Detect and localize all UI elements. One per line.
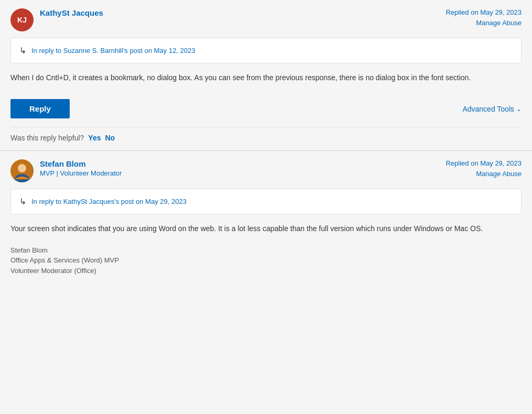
helpful-bar-1: Was this reply helpful? Yes No: [10, 127, 522, 150]
post-header-2: Stefan Blom MVP | Volunteer Moderator Re…: [10, 159, 522, 182]
post-card-2: Stefan Blom MVP | Volunteer Moderator Re…: [0, 151, 532, 276]
reply-reference-1: ↳ In reply to Suzanne S. Barnhill's post…: [10, 38, 522, 63]
reply-button-1[interactable]: Reply: [10, 99, 70, 118]
post-card-1: KJ KathySt Jacques Replied on May 29, 20…: [0, 0, 532, 150]
signature-line1: Office Apps & Services (Word) MVP: [10, 255, 522, 266]
helpful-question-1: Was this reply helpful?: [10, 134, 84, 142]
chevron-down-icon: ⌄: [516, 105, 522, 113]
signature-block: Stefan Blom Office Apps & Services (Word…: [10, 245, 522, 276]
advanced-tools-1[interactable]: Advanced Tools ⌄: [462, 105, 522, 113]
post-header-1: KJ KathySt Jacques Replied on May 29, 20…: [10, 8, 522, 31]
author-name-1[interactable]: KathySt Jacques: [40, 8, 103, 17]
reply-link-2[interactable]: In reply to KathySt Jacques's post on Ma…: [31, 198, 187, 205]
author-section-1: KJ KathySt Jacques: [10, 8, 103, 31]
reply-arrow-icon-1: ↳: [19, 46, 26, 56]
reply-arrow-icon-2: ↳: [19, 197, 26, 206]
author-info-1: KathySt Jacques: [40, 8, 103, 17]
author-info-2: Stefan Blom MVP | Volunteer Moderator: [40, 159, 122, 177]
reply-link-1[interactable]: In reply to Suzanne S. Barnhill's post o…: [31, 47, 196, 55]
helpful-no-button[interactable]: No: [105, 134, 115, 142]
avatar-stefan: [10, 159, 34, 182]
author-name-2[interactable]: Stefan Blom: [40, 159, 86, 168]
helpful-yes-button[interactable]: Yes: [88, 134, 101, 142]
svg-point-1: [18, 164, 26, 172]
replied-on-2: Replied on May 29, 2023: [446, 159, 522, 167]
manage-abuse-1[interactable]: Manage Abuse: [476, 19, 522, 27]
replied-on-1: Replied on May 29, 2023: [446, 8, 522, 16]
author-badge-2: MVP | Volunteer Moderator: [40, 169, 122, 177]
post-meta-right-1: Replied on May 29, 2023 Manage Abuse: [446, 8, 522, 27]
action-bar-1: Reply Advanced Tools ⌄: [10, 94, 522, 127]
post-content-2: Your screen shot indicates that you are …: [10, 223, 522, 234]
post-meta-right-2: Replied on May 29, 2023 Manage Abuse: [446, 159, 522, 178]
manage-abuse-2[interactable]: Manage Abuse: [476, 170, 522, 178]
reply-reference-2: ↳ In reply to KathySt Jacques's post on …: [10, 189, 522, 214]
signature-name: Stefan Blom: [10, 245, 522, 256]
author-section-2: Stefan Blom MVP | Volunteer Moderator: [10, 159, 122, 182]
avatar-kj: KJ: [10, 8, 34, 31]
signature-line2: Volunteer Moderator (Office): [10, 266, 522, 276]
post-content-1: When I do Cntl+D, it creates a bookmark,…: [10, 72, 522, 83]
